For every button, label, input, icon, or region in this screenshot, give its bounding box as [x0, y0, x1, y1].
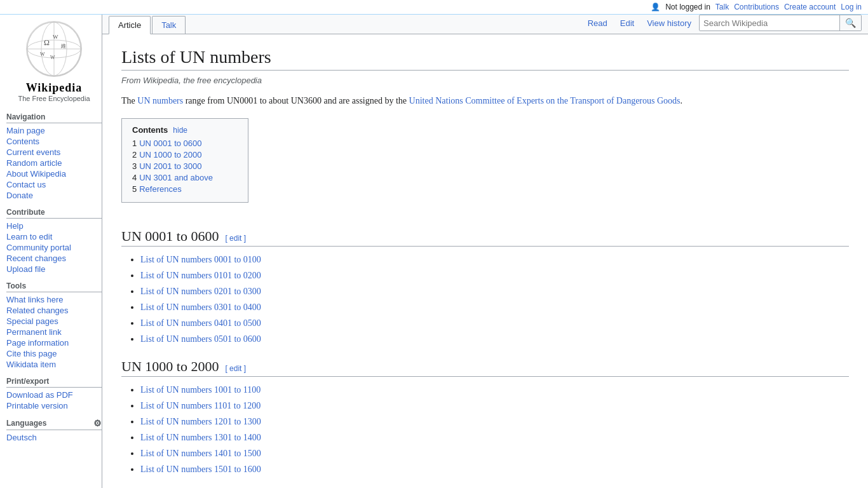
section-2-list: List of UN numbers 1001 to 1100 List of …	[140, 383, 849, 476]
sidebar-item-community-portal[interactable]: Community portal	[6, 243, 71, 252]
sidebar-item-contents[interactable]: Contents	[6, 137, 39, 146]
sidebar-item-what-links-here[interactable]: What links here	[6, 295, 64, 304]
sidebar-item-donate[interactable]: Donate	[6, 191, 33, 200]
edit-link-1[interactable]: edit	[229, 234, 241, 243]
toc-link-5[interactable]: References	[139, 184, 181, 194]
tools-links: What links here Related changes Special …	[6, 295, 102, 369]
list-item: List of UN numbers 0001 to 0100	[140, 253, 849, 266]
logo-area: Ω W 維 W W Wikipedia The Free Encyclopedi…	[6, 21, 102, 102]
list-item: List of UN numbers 1301 to 1400	[140, 431, 849, 444]
list-item: List of UN numbers 1401 to 1500	[140, 447, 849, 460]
top-links: 👤 Not logged in Talk Contributions Creat…	[651, 3, 862, 11]
content-area: Article Talk Read Edit View history 🔍 Li…	[102, 15, 868, 488]
contributions-link[interactable]: Contributions	[734, 3, 779, 11]
sidebar-item-deutsch[interactable]: Deutsch	[6, 433, 37, 442]
un-committee-link[interactable]: United Nations Committee of Experts on t…	[409, 96, 681, 105]
list-link-1201-1300[interactable]: List of UN numbers 1201 to 1300	[140, 417, 261, 426]
sidebar-item-current-events[interactable]: Current events	[6, 147, 60, 157]
list-item: List of UN numbers 1101 to 1200	[140, 399, 849, 412]
svg-text:Ω: Ω	[44, 38, 50, 47]
contribute-section: Contribute Help Learn to edit Community …	[6, 208, 102, 274]
print-heading: Print/export	[6, 377, 102, 388]
section-heading-2: UN 1000 to 2000 [ edit ]	[121, 358, 849, 377]
list-link-1401-1500[interactable]: List of UN numbers 1401 to 1500	[140, 449, 261, 458]
sidebar-item-cite-this-page[interactable]: Cite this page	[6, 349, 57, 358]
toc-list: 1UN 0001 to 0600 2UN 1000 to 2000 3UN 20…	[132, 139, 238, 194]
sidebar-item-permanent-link[interactable]: Permanent link	[6, 327, 62, 337]
list-link-0301-0400[interactable]: List of UN numbers 0301 to 0400	[140, 302, 261, 312]
list-link-0501-0600[interactable]: List of UN numbers 0501 to 0600	[140, 334, 261, 344]
tab-bar: Article Talk Read Edit View history 🔍	[102, 15, 868, 34]
sidebar-item-help[interactable]: Help	[6, 221, 24, 231]
tab-talk[interactable]: Talk	[152, 16, 186, 34]
navigation-heading: Navigation	[6, 112, 102, 123]
search-input[interactable]	[700, 16, 839, 30]
sidebar-item-wikidata-item[interactable]: Wikidata item	[6, 360, 56, 369]
list-item: List of UN numbers 1501 to 1600	[140, 463, 849, 476]
create-account-link[interactable]: Create account	[784, 3, 836, 11]
intro-paragraph: The UN numbers range from UN0001 to abou…	[121, 94, 849, 108]
list-item: List of UN numbers 1201 to 1300	[140, 415, 849, 428]
nav-links: Main page Contents Current events Random…	[6, 126, 102, 200]
sidebar-item-special-pages[interactable]: Special pages	[6, 316, 58, 326]
top-bar: 👤 Not logged in Talk Contributions Creat…	[0, 0, 868, 15]
action-tabs: Read Edit View history 🔍	[583, 15, 862, 34]
svg-text:W: W	[50, 55, 55, 60]
sidebar-item-download-pdf[interactable]: Download as PDF	[6, 390, 73, 400]
sidebar-item-printable-version[interactable]: Printable version	[6, 401, 68, 410]
toc-link-4[interactable]: UN 3001 and above	[139, 173, 213, 182]
tools-section: Tools What links here Related changes Sp…	[6, 281, 102, 369]
search-button[interactable]: 🔍	[839, 15, 861, 30]
list-link-1001-1100[interactable]: List of UN numbers 1001 to 1100	[140, 385, 261, 395]
section-heading-1: UN 0001 to 0600 [ edit ]	[121, 228, 849, 247]
site-tagline: The Free Encyclopedia	[6, 95, 102, 102]
sidebar-item-upload-file[interactable]: Upload file	[6, 264, 45, 274]
toc-link-1[interactable]: UN 0001 to 0600	[139, 139, 201, 148]
languages-settings-icon[interactable]: ⚙	[93, 418, 102, 428]
sidebar-item-contact-us[interactable]: Contact us	[6, 180, 46, 189]
toc-link-2[interactable]: UN 1000 to 2000	[139, 150, 201, 159]
un-numbers-link[interactable]: UN numbers	[137, 96, 183, 105]
sidebar-item-main-page[interactable]: Main page	[6, 126, 45, 135]
edit-link-2[interactable]: edit	[229, 364, 241, 373]
list-link-1101-1200[interactable]: List of UN numbers 1101 to 1200	[140, 401, 261, 410]
section-1-list: List of UN numbers 0001 to 0100 List of …	[140, 253, 849, 346]
svg-text:W: W	[53, 34, 58, 40]
action-edit[interactable]: Edit	[615, 16, 639, 30]
page-subtitle: From Wikipedia, the free encyclopedia	[121, 76, 849, 85]
toc-hide-link[interactable]: hide	[173, 126, 187, 135]
log-in-link[interactable]: Log in	[841, 3, 862, 11]
navigation-section: Navigation Main page Contents Current ev…	[6, 112, 102, 200]
sidebar: Ω W 維 W W Wikipedia The Free Encyclopedi…	[0, 15, 102, 488]
toc-title: Contents hide	[132, 125, 238, 135]
wikipedia-logo: Ω W 維 W W	[26, 21, 82, 77]
talk-link[interactable]: Talk	[715, 3, 729, 11]
sidebar-item-learn-to-edit[interactable]: Learn to edit	[6, 232, 52, 241]
sidebar-item-page-information[interactable]: Page information	[6, 338, 69, 348]
list-link-0101-0200[interactable]: List of UN numbers 0101 to 0200	[140, 271, 261, 280]
toc-item-5: 5References	[132, 184, 238, 194]
list-item: List of UN numbers 1001 to 1100	[140, 383, 849, 396]
print-links: Download as PDF Printable version	[6, 390, 102, 410]
content-tabs: Article Talk	[109, 16, 187, 34]
list-item: List of UN numbers 0201 to 0300	[140, 285, 849, 298]
list-link-1301-1400[interactable]: List of UN numbers 1301 to 1400	[140, 433, 261, 442]
edit-section-1: [ edit ]	[225, 234, 246, 243]
action-read[interactable]: Read	[583, 16, 613, 30]
list-link-0401-0500[interactable]: List of UN numbers 0401 to 0500	[140, 318, 261, 328]
sidebar-item-about-wikipedia[interactable]: About Wikipedia	[6, 169, 66, 179]
sidebar-item-random-article[interactable]: Random article	[6, 158, 62, 168]
list-item: List of UN numbers 0501 to 0600	[140, 332, 849, 346]
tab-article[interactable]: Article	[109, 16, 151, 34]
list-link-0201-0300[interactable]: List of UN numbers 0201 to 0300	[140, 287, 261, 296]
toc-link-3[interactable]: UN 2001 to 3000	[139, 161, 201, 171]
sidebar-item-related-changes[interactable]: Related changes	[6, 306, 69, 315]
list-link-1501-1600[interactable]: List of UN numbers 1501 to 1600	[140, 464, 261, 474]
languages-section: Languages ⚙ Deutsch	[6, 418, 102, 442]
not-logged-in-label: Not logged in	[665, 3, 710, 11]
action-view-history[interactable]: View history	[642, 16, 696, 30]
sidebar-item-recent-changes[interactable]: Recent changes	[6, 254, 66, 263]
list-link-0001-0100[interactable]: List of UN numbers 0001 to 0100	[140, 255, 261, 264]
toc-item-1: 1UN 0001 to 0600	[132, 139, 238, 148]
toc-item-4: 4UN 3001 and above	[132, 173, 238, 182]
